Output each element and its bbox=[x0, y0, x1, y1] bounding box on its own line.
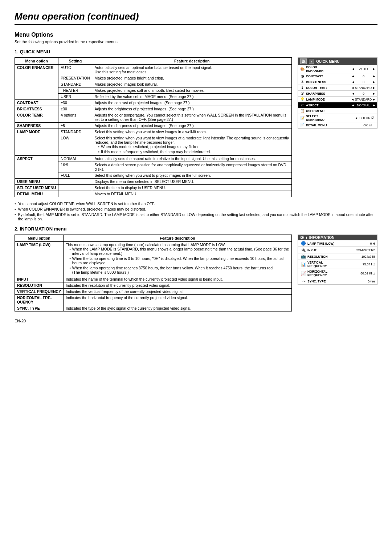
section-title: Menu Options bbox=[15, 32, 377, 38]
desc-aspect-normal: Automatically sets the aspect ratio in r… bbox=[92, 156, 292, 162]
setting-user-menu bbox=[58, 179, 92, 185]
info-value-input: COMPUTER2 bbox=[353, 248, 375, 252]
setting-presentation: PRESENTATION bbox=[58, 75, 92, 81]
quick-menu-heading: 1. QUICK MENU bbox=[15, 49, 377, 54]
qm-label-select-user-menu: SELECTUSER MENU bbox=[305, 114, 355, 122]
setting-detail-menu bbox=[58, 191, 92, 197]
qm-arrow-right-con: ► bbox=[372, 74, 376, 78]
info-option-horizontal-freq: HORIZONTAL FRE-QUENCY bbox=[15, 295, 64, 305]
qm-arrow-left-sh: ◄ bbox=[351, 92, 355, 95]
info-option-sync-type: SYNC. TYPE bbox=[15, 305, 64, 311]
info-row-input: 🔌 INPUT COMPUTER2 bbox=[298, 247, 377, 253]
table-row: COLOR ENHANCER AUTO Automatically sets a… bbox=[15, 65, 292, 75]
quick-menu-table: Menu option Setting Feature description … bbox=[15, 57, 292, 197]
select-user-menu-icon: 📝 bbox=[299, 116, 305, 120]
table-row: INPUT Indicates the name of the terminal… bbox=[15, 276, 292, 282]
vertical-freq-icon: 📊 bbox=[300, 262, 307, 267]
setting-user: USER bbox=[58, 94, 92, 100]
qm-label-contrast: CONTRAST bbox=[305, 74, 351, 78]
info-row-vertical-freq: 📊 VERTICALFREQUENCY 75.04 Hz bbox=[298, 260, 377, 269]
qm-label-color-temp: COLOR TEMP. bbox=[305, 86, 351, 90]
quick-menu-panel-title: QUICK MENU bbox=[316, 60, 339, 64]
qm-row-contrast: ◑ CONTRAST ◄ 0 ► bbox=[298, 73, 377, 79]
contrast-icon: ◑ bbox=[299, 74, 305, 78]
option-brightness: BRIGHTNESS bbox=[15, 106, 58, 112]
setting-standard: STANDARD bbox=[58, 81, 92, 87]
qm-arrow-left-ct: ◄ bbox=[351, 86, 354, 90]
qm-row-detail-menu: 📄 DETAIL MENU OK ☑ bbox=[298, 122, 377, 128]
info-panel-header: 🖼 i INFORMATION bbox=[298, 235, 377, 240]
table-row: COLOR TEMP. 4 options Adjusts the color … bbox=[15, 112, 292, 123]
qm-arrow-left-ce: ◄ bbox=[351, 67, 355, 71]
panel-icon: 🖼 bbox=[300, 58, 307, 64]
table-row: LAMP TIME (LOW) This menu shows a lamp o… bbox=[15, 242, 292, 276]
qm-value-select-user-menu: COLOR ☑ bbox=[359, 116, 375, 120]
desc-presentation: Makes projected images bright and crisp. bbox=[92, 75, 292, 81]
qm-arrow-right-sh: ► bbox=[372, 92, 376, 95]
sharpness-icon: S bbox=[299, 91, 305, 95]
qm-value-sharpness: 0 bbox=[355, 92, 372, 95]
info-desc-sync-type: Indicates the type of the sync signal of… bbox=[64, 305, 292, 311]
qm-arrow-right-asp: ► bbox=[372, 103, 376, 107]
option-aspect: ASPECT bbox=[15, 156, 58, 179]
detail-menu-icon: 📄 bbox=[299, 123, 305, 127]
qm-row-color-enhancer: 🎨 COLORENHANCER ◄ AUTO ► bbox=[298, 65, 377, 73]
info-panel: 🖼 i INFORMATION 🔵 LAMP TIME (LOW) 0 H 🔌 … bbox=[298, 235, 377, 285]
info-row-resolution: 📺 RESOLUTION 1024x768 bbox=[298, 253, 377, 260]
option-select-user-menu: SELECT USER MENU bbox=[15, 185, 58, 191]
desc-select-user-menu: Select the item to display in USER MENU. bbox=[92, 185, 292, 191]
option-sharpness: SHARPNESS bbox=[15, 123, 58, 129]
info-col-header-menu-option: Menu option bbox=[15, 235, 64, 242]
setting-sharpness: ±5 bbox=[58, 123, 92, 129]
qm-label-lamp-mode: LAMP MODE bbox=[305, 98, 351, 101]
info-option-vertical-freq: VERTICAL FREQUENCY bbox=[15, 289, 64, 295]
note-text-3: By default, the LAMP MODE is set to STAN… bbox=[18, 212, 377, 221]
note-text-1: You cannot adjust COLOR TEMP. when WALL … bbox=[18, 201, 155, 206]
quick-menu-table-container: Menu option Setting Feature description … bbox=[15, 57, 292, 197]
user-menu-icon: 📋 bbox=[299, 109, 305, 113]
desc-theater: Makes projected images soft and smooth. … bbox=[92, 87, 292, 94]
qm-arrow-right-ce: ► bbox=[372, 67, 376, 71]
col-header-setting: Setting bbox=[58, 58, 92, 65]
desc-user-menu: Displays the menu item selected in SELEC… bbox=[92, 179, 292, 185]
setting-brightness: ±30 bbox=[58, 106, 92, 112]
quick-menu-notes: • You cannot adjust COLOR TEMP. when WAL… bbox=[15, 201, 377, 221]
info-row-sync-type: 〰 SYNC. TYPE 5wire bbox=[298, 278, 377, 285]
info-row-horizontal-freq: 📈 HORIZONTALFREQUENCY 60.02 KHz bbox=[298, 269, 377, 278]
qm-label-user-menu: USER MENU bbox=[305, 109, 359, 113]
qm-row-brightness: ✳ BRIGHTNESS ◄ 0 ► bbox=[298, 79, 377, 85]
qm-label-sharpness: SHARPNESS bbox=[305, 92, 351, 95]
info-row-lamp-time: 🔵 LAMP TIME (LOW) 0 H bbox=[298, 240, 377, 247]
desc-detail-menu: Moves to DETAIL MENU. bbox=[92, 191, 292, 197]
info-label-vertical-freq: VERTICALFREQUENCY bbox=[307, 261, 353, 268]
setting-aspect-169: 16:9 bbox=[58, 162, 92, 172]
setting-theater: THEATER bbox=[58, 87, 92, 94]
table-row: SELECT USER MENU Select the item to disp… bbox=[15, 185, 292, 191]
qm-value-brightness: 0 bbox=[355, 80, 372, 84]
table-row: HORIZONTAL FRE-QUENCY Indicates the hori… bbox=[15, 295, 292, 305]
option-color-enhancer: COLOR ENHANCER bbox=[15, 65, 58, 100]
col-header-feature-desc: Feature description bbox=[92, 58, 292, 65]
note-bullet-3: • bbox=[15, 212, 16, 221]
quick-menu-panel-header: 🖼 i QUICK MENU bbox=[298, 58, 377, 65]
qm-value-lamp-mode: STANDARD bbox=[355, 98, 372, 101]
info-menu-heading: 2. INFORMATION menu bbox=[15, 226, 377, 232]
brightness-icon: ✳ bbox=[299, 80, 305, 84]
desc-user: Reflected by the value set in IMAGE menu… bbox=[92, 94, 292, 100]
desc-color-temp: Adjusts the color temperature. You canno… bbox=[92, 112, 292, 123]
option-color-temp: COLOR TEMP. bbox=[15, 112, 58, 123]
input-icon: 🔌 bbox=[300, 248, 307, 252]
qm-row-color-temp: 🌡 COLOR TEMP. ◄ STANDARD ► bbox=[298, 85, 377, 91]
aspect-icon: ▭ bbox=[299, 103, 305, 107]
setting-select-user-menu bbox=[58, 185, 92, 191]
qm-row-select-user-menu: 📝 SELECTUSER MENU ◄ COLOR ☑ bbox=[298, 114, 377, 122]
qm-row-sharpness: S SHARPNESS ◄ 0 ► bbox=[298, 91, 377, 97]
info-panel-info-icon: i bbox=[306, 236, 307, 240]
note-bullet-1: • bbox=[15, 201, 16, 206]
qm-row-aspect: ▭ ASPECT ◄ NORMAL ► bbox=[298, 102, 377, 108]
qm-arrow-right-lm: ► bbox=[372, 98, 376, 101]
setting-auto: AUTO bbox=[58, 65, 92, 75]
qm-label-detail-menu: DETAIL MENU bbox=[305, 123, 359, 127]
table-row: BRIGHTNESS ±30 Adjusts the brightness of… bbox=[15, 106, 292, 112]
info-value-sync-type: 5wire bbox=[353, 280, 375, 283]
